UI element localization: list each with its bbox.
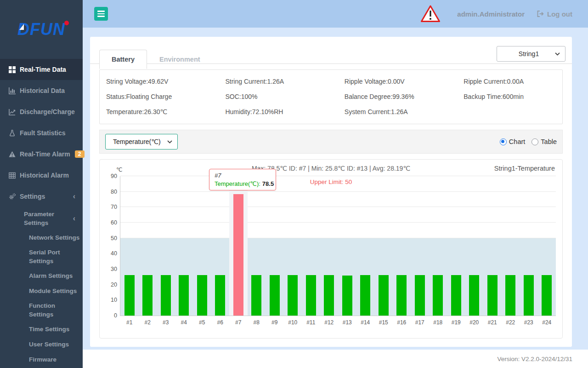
bar-#10[interactable] [288, 275, 298, 316]
bar-slot-#5 [193, 176, 211, 316]
sidebar-item-label: Settings [20, 192, 45, 201]
sidebar-item-historical-alarm[interactable]: Historical Alarm [0, 165, 83, 186]
info-field-string-current: String Current:1.26A [225, 74, 344, 89]
x-tick-label: #10 [284, 319, 302, 326]
sidebar-item-settings[interactable]: Settings‹ [0, 186, 83, 207]
bar-#20[interactable] [469, 275, 479, 316]
bar-#13[interactable] [342, 276, 352, 316]
string-select-value: String1 [519, 50, 539, 58]
sidebar-item-parameter-settings[interactable]: Parameter Settings‹ [0, 207, 83, 230]
x-tick-label: #8 [248, 319, 266, 326]
chart-plot-area: 0102030405060708090#1#2#3#4#5#6#7#8#9#10… [120, 176, 556, 316]
string-select[interactable]: String1 [497, 46, 565, 62]
y-tick-label: 0 [105, 312, 117, 319]
bar-slot-#24 [538, 176, 556, 316]
bar-#17[interactable] [415, 275, 425, 316]
radio-circle-icon [500, 138, 507, 145]
view-switch: ChartTable [500, 138, 557, 145]
x-tick-label: #19 [447, 319, 465, 326]
tooltip-value: 78.5 [262, 180, 274, 187]
x-tick-label: #11 [302, 319, 320, 326]
y-tick-label: 10 [105, 297, 117, 303]
bar-slot-#20 [465, 176, 484, 316]
chevron-left-icon: ‹ [73, 214, 75, 223]
bar-#3[interactable] [161, 275, 171, 316]
chevron-down-icon [167, 140, 172, 144]
bar-#23[interactable] [524, 275, 534, 316]
menu-toggle-button[interactable] [94, 7, 108, 21]
sidebar: DFUN Real-Time DataHistorical DataDischa… [0, 0, 83, 368]
sidebar-item-user-settings[interactable]: User Settings [0, 337, 83, 352]
sidebar-item-fault-statistics[interactable]: Fault Statistics [0, 122, 83, 144]
sidebar-item-label: Serial Port Settings [29, 248, 69, 265]
radio-table[interactable]: Table [531, 138, 557, 145]
line-chart-icon [9, 109, 16, 115]
sidebar-item-historical-data[interactable]: Historical Data [0, 80, 83, 101]
bar-slot-#8 [248, 176, 266, 316]
alarm-warning-icon[interactable] [420, 5, 441, 23]
radio-chart[interactable]: Chart [500, 138, 525, 145]
bar-#15[interactable] [379, 275, 389, 316]
tab-environment[interactable]: Environment [147, 50, 213, 69]
info-field-string-voltage: String Voltage:49.62V [106, 74, 225, 89]
bar-slot-#15 [374, 176, 393, 316]
bar-#12[interactable] [324, 275, 334, 316]
x-tick-label: #17 [411, 319, 429, 326]
tab-strip: BatteryEnvironment String1 [90, 37, 572, 64]
bar-#2[interactable] [142, 275, 153, 316]
bar-#16[interactable] [396, 275, 407, 316]
bar-slot-#1 [120, 176, 139, 316]
sidebar-nav: Real-Time DataHistorical DataDischarge/C… [0, 59, 83, 367]
grid-icon [9, 66, 16, 73]
x-tick-label: #12 [320, 319, 339, 326]
sidebar-item-label: Alarm Settings [29, 271, 73, 280]
metric-select[interactable]: Temperature(℃) [105, 134, 178, 150]
info-field-backup-time: Backup Time:600min [464, 89, 556, 104]
bar-#22[interactable] [505, 275, 515, 316]
bar-slot-#3 [157, 176, 175, 316]
sidebar-item-time-settings[interactable]: Time Settings [0, 322, 83, 337]
bar-#19[interactable] [451, 275, 461, 316]
bar-slot-#11 [302, 176, 320, 316]
bar-#8[interactable] [251, 275, 261, 316]
bar-#24[interactable] [542, 275, 552, 316]
sidebar-item-module-settings[interactable]: Module Settings [0, 283, 83, 299]
bar-#9[interactable] [270, 275, 280, 316]
x-tick-label: #21 [483, 319, 502, 326]
info-field-ripple-voltage: Ripple Voltage:0.00V [345, 74, 464, 89]
bar-#7[interactable] [233, 194, 243, 316]
bar-slot-#4 [175, 176, 193, 316]
sidebar-item-label: Firmware [29, 355, 57, 364]
x-tick-label: #22 [502, 319, 520, 326]
main-content: BatteryEnvironment String1 String Voltag… [83, 28, 588, 350]
bar-#21[interactable] [487, 275, 498, 316]
sidebar-item-function-settings[interactable]: Function Settings [0, 299, 83, 322]
sidebar-item-network-settings[interactable]: Network Settings [0, 230, 83, 245]
logout-button[interactable]: Log out [537, 10, 572, 18]
tab-battery[interactable]: Battery [99, 50, 147, 69]
bar-#1[interactable] [124, 275, 135, 316]
sidebar-item-label: Discharge/Charge [20, 108, 75, 116]
sidebar-item-alarm-settings[interactable]: Alarm Settings [0, 268, 83, 283]
sidebar-item-label: Module Settings [29, 287, 77, 295]
sidebar-item-discharge-charge[interactable]: Discharge/Charge [0, 101, 83, 122]
chevron-left-icon: ‹ [73, 192, 75, 201]
bar-#4[interactable] [179, 275, 189, 316]
bar-#6[interactable] [215, 275, 225, 316]
logout-icon [537, 10, 544, 17]
y-tick-label: 60 [105, 219, 117, 226]
sidebar-item-firmware[interactable]: Firmware [0, 352, 83, 367]
bar-#11[interactable] [306, 275, 316, 316]
bar-chart-icon [9, 87, 16, 94]
bar-#14[interactable] [360, 275, 370, 316]
flask-icon [9, 130, 16, 137]
bar-#18[interactable] [433, 275, 443, 316]
bar-#5[interactable] [197, 275, 207, 316]
x-tick-label: #20 [465, 319, 484, 326]
sidebar-item-real-time-alarm[interactable]: Real-Time Alarm2 [0, 144, 83, 165]
bar-slot-#18 [429, 176, 447, 316]
info-field-status: Status:Floating Charge [106, 89, 225, 104]
sidebar-item-label: Network Settings [29, 233, 79, 242]
sidebar-item-real-time-data[interactable]: Real-Time Data [0, 59, 83, 80]
sidebar-item-serial-port-settings[interactable]: Serial Port Settings [0, 245, 83, 268]
